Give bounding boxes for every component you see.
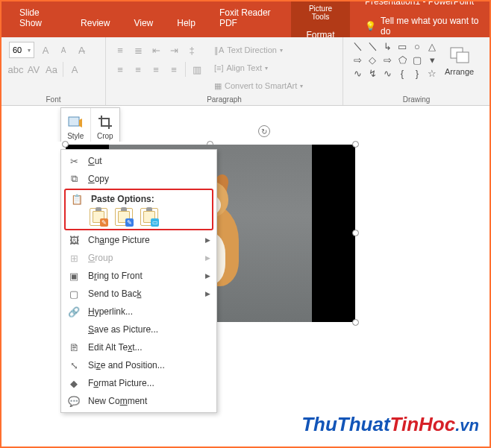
smartart-icon: ▦ [214,81,222,91]
shape-rect-icon[interactable]: ▭ [395,40,409,52]
document-title: Presentation1 - PowerPoint [365,0,482,8]
picture-mini-toolbar: Style Crop [60,107,120,146]
group-font: 60▾ A A A̶ abc AV Aa A Font [1,37,106,105]
ctx-send-back[interactable]: ▢ Send to Back▶ [63,285,215,303]
format-picture-icon: ◆ [67,377,81,389]
shape-line2-icon[interactable]: ＼ [366,40,379,52]
resize-handle-tl[interactable] [62,141,69,148]
ctx-change-picture[interactable]: 🖼 Change Picture▶ [63,231,215,249]
font-color-icon[interactable]: A [68,63,81,76]
decrease-font-icon[interactable]: A [57,43,70,57]
group-label-drawing: Drawing [351,94,482,105]
picture-style-icon [67,114,84,130]
columns-icon[interactable]: ▥ [190,63,204,76]
shape-rb-icon[interactable]: } [410,67,424,79]
submenu-arrow-icon: ▶ [205,290,210,297]
ctx-bring-front[interactable]: ▣ Bring to Front▶ [63,267,215,285]
shape-pent-icon[interactable]: ⬠ [395,54,409,66]
bring-front-icon: ▣ [67,270,81,282]
ctx-format-picture[interactable]: ◆ Format Picture... [63,374,215,392]
font-size-input[interactable]: 60▾ [9,42,34,58]
change-case-icon[interactable]: Aa [45,63,58,76]
paste-as-picture[interactable]: ▭ [140,208,158,226]
ctx-save-as-picture[interactable]: Save as Picture... [63,321,215,338]
paste-use-destination[interactable]: ✎ [90,208,107,226]
contextual-tab-label: Picture Tools [291,1,350,22]
shape-lb-icon[interactable]: { [395,67,409,79]
clear-format-icon[interactable]: A̶ [75,43,88,57]
ctx-cut[interactable]: ✂ Cut [63,152,215,170]
align-right-icon[interactable]: ≡ [149,63,163,76]
ctx-new-comment[interactable]: 💬 New Comment [63,392,215,410]
bullets-icon[interactable]: ≡ [113,43,127,57]
ctx-edit-alt-text[interactable]: 🖹 Edit Alt Text... [63,338,215,356]
tell-me-label: Tell me what you want to do [381,16,482,37]
alt-text-icon: 🖹 [67,341,81,353]
resize-handle-r[interactable] [352,230,359,236]
ctx-hyperlink[interactable]: 🔗 Hyperlink... [63,303,215,321]
shape-conn-icon[interactable]: ↳ [381,40,394,52]
comment-icon: 💬 [67,395,81,407]
submenu-arrow-icon: ▶ [205,272,210,280]
crop-icon [97,114,113,130]
indent-dec-icon[interactable]: ⇤ [149,43,163,57]
svg-rect-1 [457,52,469,63]
ctx-group: ⊞ Group▶ [63,249,215,267]
text-direction-icon: ‖A [214,45,224,55]
send-back-icon: ▢ [67,288,81,300]
shape-oval-icon[interactable]: ○ [410,40,424,52]
shape-arrow2-icon[interactable]: ⇨ [381,54,394,66]
shape-more-icon[interactable]: ▾ [425,54,439,66]
text-direction-button[interactable]: ‖AText Direction▾ [214,42,303,58]
numbering-icon[interactable]: ≣ [131,43,145,57]
resize-handle-tr[interactable] [352,141,359,148]
crop-button[interactable]: Crop [90,108,120,145]
ribbon: 60▾ A A A̶ abc AV Aa A Font ≡ ≣ ⇤ ⇥ ‡ [1,37,490,106]
tab-slideshow[interactable]: Slide Show [7,0,69,37]
line-spacing-icon[interactable]: ‡ [185,43,198,57]
convert-smartart-button[interactable]: ▦Convert to SmartArt▾ [214,78,303,94]
group-icon: ⊞ [67,252,81,264]
paste-picture-badge-icon: ▭ [151,218,159,227]
shape-rrect-icon[interactable]: ▢ [410,54,424,66]
paste-dest-badge-icon: ✎ [100,218,108,227]
titlebar: Slide Show Review View Help Foxit Reader… [1,1,490,37]
shape-curve-icon[interactable]: ∿ [351,67,364,79]
paste-source-badge-icon: ✎ [125,218,134,227]
tab-help[interactable]: Help [165,10,207,37]
tab-foxit[interactable]: Foxit Reader PDF [207,0,291,37]
shape-star-icon[interactable]: ☆ [425,67,439,79]
shape-diamond-icon[interactable]: ◇ [366,54,379,66]
align-text-icon: [≡] [214,63,224,72]
shape-conn2-icon[interactable]: ↯ [366,67,379,79]
spacing-icon[interactable]: AV [27,63,40,76]
paste-keep-source[interactable]: ✎ [115,208,133,226]
paste-options-label: Paste Options: [91,194,154,204]
group-paragraph: ≡ ≣ ⇤ ⇥ ‡ ≡ ≡ ≡ ≡ ▥ ‖AText Direction▾ [≡… [106,37,343,105]
align-left-icon[interactable]: ≡ [113,63,127,76]
shape-tri-icon[interactable]: △ [425,40,439,52]
shape-free-icon[interactable]: ∿ [381,67,394,79]
justify-icon[interactable]: ≡ [167,63,181,76]
hyperlink-icon: 🔗 [67,306,81,318]
strike-icon[interactable]: abc [9,63,22,76]
style-button[interactable]: Style [61,108,90,145]
paste-icon: 📋 [70,193,84,205]
align-text-button[interactable]: [≡]Align Text▾ [214,60,303,76]
shape-arrow-icon[interactable]: ⇨ [351,54,364,66]
rotate-handle[interactable]: ↻ [258,125,270,137]
ctx-paste-options: 📋 Paste Options: ✎ ✎ ▭ [64,189,213,230]
tab-view[interactable]: View [122,10,165,37]
ctx-copy[interactable]: ⧉ Copy [63,170,215,188]
copy-icon: ⧉ [67,173,81,185]
lightbulb-icon: 💡 [365,21,376,31]
arrange-button[interactable]: Arrange [445,40,474,79]
shapes-gallery[interactable]: ＼ ＼ ↳ ▭ ○ △ ⇨ ◇ ⇨ ⬠ ▢ ▾ ∿ ↯ ∿ { } ☆ [351,40,439,79]
resize-handle-br[interactable] [352,319,359,326]
ctx-size-position[interactable]: ⤡ Size and Position... [63,356,215,374]
indent-inc-icon[interactable]: ⇥ [167,43,181,57]
shape-line-icon[interactable]: ＼ [351,40,364,52]
align-center-icon[interactable]: ≡ [131,63,145,76]
increase-font-icon[interactable]: A [39,43,52,57]
tab-review[interactable]: Review [69,10,122,37]
